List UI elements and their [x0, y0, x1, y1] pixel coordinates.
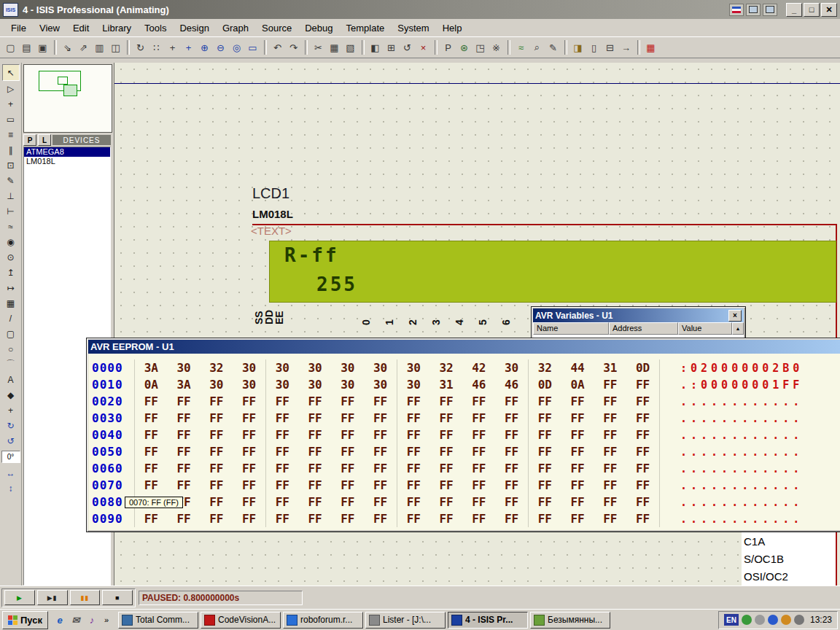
menu-source[interactable]: Source	[255, 20, 298, 36]
eeprom-byte[interactable]: FF	[463, 394, 496, 408]
eeprom-byte[interactable]: FF	[266, 495, 299, 509]
menu-graph[interactable]: Graph	[216, 20, 255, 36]
tray-icon[interactable]	[781, 615, 791, 625]
device-item-lm018l[interactable]: LM018L	[24, 157, 110, 166]
eeprom-byte[interactable]: FF	[233, 478, 265, 492]
eeprom-byte[interactable]: 30	[168, 361, 201, 375]
internet-explorer-quicklaunch-icon[interactable]: e	[52, 612, 67, 627]
eeprom-byte[interactable]: FF	[364, 478, 397, 492]
eeprom-byte[interactable]: FF	[397, 411, 430, 425]
current-probe-tool-icon[interactable]: ↦	[3, 280, 19, 295]
step-button[interactable]: ▶▮	[37, 590, 68, 605]
eeprom-byte[interactable]: FF	[397, 445, 430, 459]
mail-quicklaunch-icon[interactable]: ✉	[69, 612, 83, 627]
eeprom-byte[interactable]: FF	[561, 411, 594, 425]
make-device-icon[interactable]: ⊛	[456, 40, 472, 55]
wire-autorouter-icon[interactable]: ≈	[513, 40, 529, 55]
eeprom-byte[interactable]: FF	[332, 411, 365, 425]
eeprom-byte[interactable]: FF	[299, 512, 332, 526]
selection-tool-icon[interactable]: ↖	[2, 64, 20, 81]
open-design-icon[interactable]: ▤	[19, 40, 34, 55]
eeprom-byte[interactable]: 3A	[135, 361, 168, 375]
eeprom-byte[interactable]: FF	[430, 462, 463, 475]
mirror-vertical-icon[interactable]: ↕	[3, 481, 19, 496]
rotate-anticlockwise-icon[interactable]: ↺	[3, 433, 19, 448]
eeprom-byte[interactable]: FF	[529, 428, 561, 442]
eeprom-byte[interactable]: FF	[364, 411, 397, 425]
instant-edit-tool-icon[interactable]: ✎	[3, 173, 19, 188]
eeprom-byte[interactable]: FF	[168, 512, 201, 526]
wire-label-tool-icon[interactable]: ▭	[3, 112, 19, 127]
taskbar-button[interactable]: CodeVisionA...	[201, 612, 281, 629]
eeprom-byte[interactable]: FF	[529, 495, 561, 509]
eeprom-byte[interactable]: FF	[430, 394, 463, 408]
paste-icon[interactable]: ▧	[343, 40, 358, 55]
eeprom-byte[interactable]: FF	[495, 462, 528, 475]
eeprom-byte[interactable]: FF	[430, 512, 463, 526]
eeprom-byte[interactable]: FF	[397, 462, 430, 475]
eeprom-byte[interactable]: FF	[135, 478, 168, 492]
eeprom-byte[interactable]: FF	[594, 394, 627, 408]
maximize-button[interactable]: □	[804, 3, 820, 17]
eeprom-byte[interactable]: FF	[397, 428, 430, 442]
eeprom-byte[interactable]: FF	[201, 445, 233, 459]
eeprom-byte[interactable]: FF	[168, 428, 201, 442]
center-at-cursor-icon[interactable]: +	[181, 40, 196, 55]
eeprom-byte[interactable]: FF	[430, 495, 463, 509]
eeprom-byte[interactable]: FF	[299, 428, 332, 442]
language-indicator[interactable]: EN	[724, 614, 739, 626]
eeprom-byte[interactable]: FF	[495, 478, 528, 492]
voltage-probe-tool-icon[interactable]: ↥	[3, 265, 19, 280]
variables-column-value[interactable]: Value	[678, 322, 732, 335]
eeprom-byte[interactable]: FF	[430, 478, 463, 492]
goto-sheet-icon[interactable]: →	[618, 40, 634, 55]
eeprom-byte[interactable]: FF	[529, 462, 561, 475]
eeprom-byte[interactable]: FF	[201, 428, 233, 442]
eeprom-byte[interactable]: FF	[495, 512, 528, 526]
menu-tools[interactable]: Tools	[138, 20, 173, 36]
menu-debug[interactable]: Debug	[298, 20, 339, 36]
eeprom-byte[interactable]: FF	[168, 478, 201, 492]
tray-icon[interactable]	[794, 615, 804, 625]
packaging-tool-icon[interactable]: ◳	[472, 40, 488, 55]
eeprom-byte[interactable]: FF	[561, 462, 594, 475]
eeprom-byte[interactable]: FF	[594, 478, 627, 492]
eeprom-byte[interactable]: FF	[299, 478, 332, 492]
eeprom-byte[interactable]: 30	[495, 361, 528, 375]
library-button[interactable]: L	[38, 134, 51, 146]
eeprom-byte[interactable]: FF	[463, 512, 496, 526]
eeprom-byte[interactable]: FF	[299, 462, 332, 475]
eeprom-byte[interactable]: FF	[626, 512, 659, 526]
eeprom-byte[interactable]: FF	[168, 394, 201, 408]
eeprom-byte[interactable]: FF	[135, 445, 168, 459]
remove-sheet-icon[interactable]: ⊟	[602, 40, 618, 55]
eeprom-byte[interactable]: 30	[364, 361, 397, 375]
eeprom-byte[interactable]: 30	[397, 378, 430, 392]
eeprom-byte[interactable]: FF	[233, 512, 265, 526]
eeprom-hex-dump[interactable]: 00003A30323030303030303242303244310D:020…	[88, 354, 840, 530]
menu-help[interactable]: Help	[436, 20, 469, 36]
eeprom-byte[interactable]: FF	[397, 495, 430, 509]
quick-launch-overflow-icon[interactable]: »	[101, 612, 112, 627]
generator-tool-icon[interactable]: ⊙	[3, 249, 19, 265]
eeprom-byte[interactable]: FF	[233, 428, 265, 442]
eeprom-byte[interactable]: FF	[529, 478, 561, 492]
false-origin-icon[interactable]: +	[165, 40, 180, 55]
scroll-up-icon[interactable]: ▲	[732, 322, 744, 335]
eeprom-byte[interactable]: 42	[463, 361, 496, 375]
rotate-clockwise-icon[interactable]: ↻	[3, 418, 19, 433]
eeprom-byte[interactable]: 30	[266, 361, 299, 375]
device-item-atmega8[interactable]: ATMEGA8	[24, 147, 110, 157]
eeprom-byte[interactable]: FF	[463, 428, 496, 442]
eeprom-byte[interactable]: FF	[529, 512, 561, 526]
eeprom-address[interactable]: 0030	[92, 411, 134, 425]
eeprom-byte[interactable]: FF	[266, 478, 299, 492]
block-delete-icon[interactable]: ×	[416, 40, 431, 55]
eeprom-byte[interactable]: FF	[135, 462, 168, 475]
eeprom-byte[interactable]: FF	[463, 411, 496, 425]
eeprom-byte[interactable]: 31	[594, 361, 627, 375]
cut-icon[interactable]: ✂	[311, 40, 326, 55]
variables-column-address[interactable]: Address	[609, 322, 678, 335]
electrical-rules-check-icon[interactable]: ▦	[643, 40, 658, 55]
menu-edit[interactable]: Edit	[66, 20, 96, 36]
